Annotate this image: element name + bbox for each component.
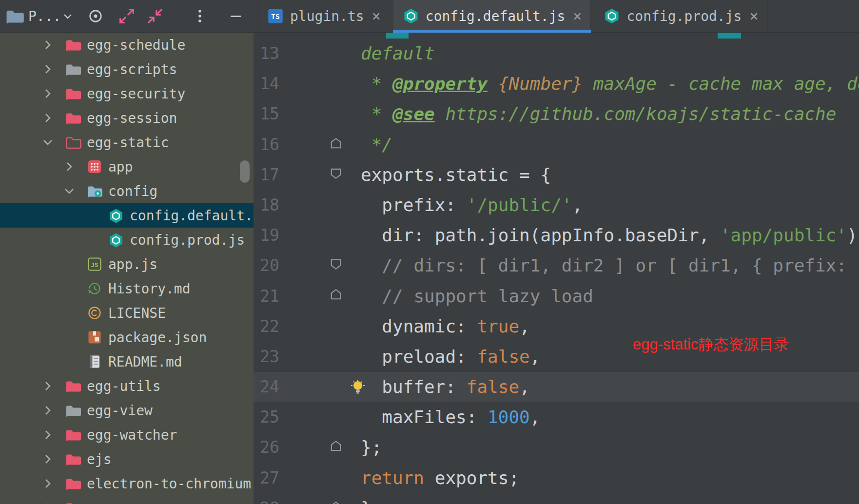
locate-file-icon[interactable] [86, 7, 105, 25]
line-number[interactable]: 13 [254, 39, 279, 69]
tree-item-partial-19[interactable] [0, 496, 254, 504]
code-line-17[interactable]: 17exports.static = { [254, 160, 859, 190]
code-line-13[interactable]: 13default [254, 39, 859, 69]
chevron-right-icon[interactable] [40, 86, 55, 101]
chevron-right-icon[interactable] [40, 476, 55, 491]
tree-item-ejs[interactable]: ejs [0, 447, 254, 471]
collapse-all-icon[interactable] [146, 7, 164, 25]
tab-plugin.ts[interactable]: TSplugin.ts× [257, 0, 390, 32]
tree-item-egg-view[interactable]: egg-view [0, 398, 254, 423]
code-text: buffer: false, [361, 372, 530, 402]
code-line-28[interactable]: 28}; [254, 493, 859, 504]
tree-item-egg-session[interactable]: egg-session [0, 106, 254, 130]
code-text: // support lazy load [361, 281, 593, 311]
line-number[interactable]: 18 [254, 190, 279, 220]
tree-item-config.default.js[interactable]: config.default.js [0, 203, 254, 228]
code-line-19[interactable]: 19 dir: path.join(appInfo.baseDir, 'app/… [254, 220, 859, 251]
expand-all-icon[interactable] [117, 7, 136, 25]
code-line-26[interactable]: 26}; [254, 432, 859, 463]
project-toolbar: P... [0, 0, 254, 32]
line-number[interactable]: 26 [254, 432, 279, 463]
fold-marker-icon[interactable] [330, 440, 342, 452]
tab-config.default.js[interactable]: config.default.js× [393, 0, 591, 32]
chevron-down-icon[interactable] [62, 10, 74, 22]
code-line-24[interactable]: 24 buffer: false, [254, 372, 859, 402]
line-number[interactable]: 23 [254, 342, 279, 372]
chevron-down-icon[interactable] [62, 184, 77, 198]
tree-item-egg-security[interactable]: egg-security [0, 81, 254, 106]
tree-item-egg-scripts[interactable]: egg-scripts [0, 57, 254, 81]
hide-panel-icon[interactable] [229, 9, 243, 23]
tab-close-icon[interactable]: × [372, 9, 381, 23]
tree-item-package.json[interactable]: package.json [0, 325, 254, 349]
code-text: exports.static = { [361, 160, 551, 190]
tree-item-electron-to-chromium[interactable]: electron-to-chromium [0, 471, 254, 496]
line-number[interactable]: 19 [254, 220, 279, 251]
chevron-right-icon[interactable] [40, 452, 55, 466]
tree-item-egg-watcher[interactable]: egg-watcher [0, 423, 254, 447]
tree-item-egg-schedule[interactable]: egg-schedule [0, 33, 254, 57]
chevron-right-icon[interactable] [40, 62, 55, 77]
tab-config.prod.js[interactable]: config.prod.js× [594, 0, 767, 32]
code-text: preload: false, [361, 342, 540, 372]
line-number[interactable]: 25 [254, 402, 279, 432]
tree-item-config[interactable]: config [0, 179, 254, 203]
annotation-overlay: egg-static静态资源目录 [633, 334, 789, 355]
line-number[interactable]: 27 [254, 463, 279, 493]
tree-item-History.md[interactable]: History.md [0, 276, 254, 301]
tree-item-label: egg-session [87, 110, 177, 126]
chevron-right-icon[interactable] [40, 427, 55, 442]
folder-pink-icon [65, 110, 81, 126]
fold-marker-icon[interactable] [330, 137, 342, 150]
line-number[interactable]: 21 [254, 281, 279, 311]
tab-close-icon[interactable]: × [573, 9, 582, 23]
line-number[interactable]: 17 [254, 160, 279, 190]
chevron-down-icon[interactable] [40, 135, 55, 150]
chevron-right-icon[interactable] [40, 403, 55, 418]
sidebar-scrollbar-thumb[interactable] [240, 160, 250, 183]
folder-pink-icon [65, 451, 81, 467]
line-number[interactable]: 16 [254, 130, 279, 160]
line-number[interactable]: 15 [254, 99, 279, 129]
fold-marker-icon[interactable] [330, 167, 342, 180]
line-number[interactable]: 22 [254, 311, 279, 342]
config-js-icon [108, 207, 124, 224]
tree-item-label: egg-schedule [87, 37, 185, 53]
folder-pink-icon [65, 426, 81, 443]
code-line-18[interactable]: 18 prefix: '/public/', [254, 190, 859, 220]
code-text: dynamic: true, [361, 311, 530, 342]
code-line-20[interactable]: 20 // dirs: [ dir1, dir2 ] or [ dir1, { … [254, 251, 859, 281]
code-line-25[interactable]: 25 maxFiles: 1000, [254, 402, 859, 432]
line-number[interactable]: 24 [254, 372, 279, 402]
fold-marker-icon[interactable] [330, 501, 342, 504]
fold-marker-icon[interactable] [330, 288, 342, 301]
chevron-right-icon[interactable] [40, 501, 55, 504]
chevron-right-icon[interactable] [40, 38, 55, 52]
code-line-21[interactable]: 21 // support lazy load [254, 281, 859, 311]
fold-marker-icon[interactable] [330, 258, 342, 271]
line-number[interactable]: 14 [254, 69, 279, 99]
tree-item-label: egg-scripts [87, 61, 177, 78]
code-line-15[interactable]: 15 * @see https://github.com/koajs/stati… [254, 99, 859, 129]
line-number[interactable]: 28 [254, 493, 279, 504]
code-line-14[interactable]: 14 * @property {Number} maxAge - cache m… [254, 69, 859, 99]
code-line-16[interactable]: 16 */ [254, 130, 859, 160]
tree-item-egg-static[interactable]: egg-static [0, 130, 254, 155]
line-number[interactable]: 20 [254, 251, 279, 281]
tree-item-egg-utils[interactable]: egg-utils [0, 374, 254, 398]
project-selector[interactable]: P... [28, 8, 61, 24]
tree-item-app.js[interactable]: JSapp.js [0, 252, 254, 276]
code-line-27[interactable]: 27return exports; [254, 463, 859, 493]
more-options-icon[interactable] [192, 8, 208, 24]
project-folder-icon[interactable] [5, 6, 24, 26]
tree-item-label: app.js [108, 256, 157, 272]
tab-close-icon[interactable]: × [749, 9, 758, 23]
tree-item-app[interactable]: app [0, 155, 254, 179]
chevron-right-icon[interactable] [40, 379, 55, 393]
chevron-right-icon[interactable] [62, 159, 77, 174]
chevron-right-icon[interactable] [40, 111, 55, 125]
tree-item-README.md[interactable]: README.md [0, 349, 254, 374]
tree-item-config.prod.js[interactable]: config.prod.js [0, 228, 254, 252]
license-file-icon [86, 305, 103, 321]
tree-item-LICENSE[interactable]: LICENSE [0, 301, 254, 325]
